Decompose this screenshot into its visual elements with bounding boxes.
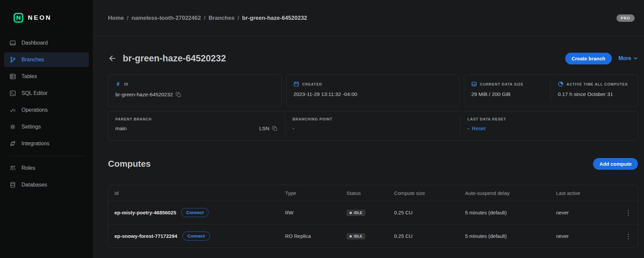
sidebar-item-label: Roles	[21, 165, 35, 171]
roles-users-icon	[9, 165, 16, 171]
lsn-label: LSN	[259, 125, 269, 132]
breadcrumb: Home / nameless-tooth-27022462 / Branche…	[108, 15, 307, 21]
compute-size: 0.25 CU	[394, 233, 465, 239]
compute-id: ep-snowy-forest-77172294	[114, 233, 177, 239]
table-row: ep-snowy-forest-77172294 Connect RO Repl…	[108, 224, 638, 248]
operations-icon	[9, 107, 16, 113]
clock-icon	[558, 81, 564, 87]
kebab-menu-icon[interactable]: ⋮	[622, 231, 634, 241]
sidebar-item-label: Databases	[21, 182, 47, 188]
breadcrumb-separator: /	[237, 15, 239, 21]
page-content: br-green-haze-64520232 Create branch Mor…	[93, 36, 644, 248]
branching-point-value: -	[292, 125, 294, 132]
breadcrumb-separator: /	[127, 15, 128, 21]
app-window: NEON Dashboard Branches Tables	[0, 0, 644, 258]
page-title: br-green-haze-64520232	[123, 53, 226, 64]
settings-gear-icon	[9, 123, 16, 130]
create-branch-button[interactable]: Create branch	[565, 53, 612, 64]
sidebar-item-settings[interactable]: Settings	[4, 119, 89, 134]
data-size-value: 29 MiB / 200 GiB	[471, 91, 511, 97]
plan-badge[interactable]: PRO	[616, 14, 635, 22]
sidebar-item-sql-editor[interactable]: SQL Editor	[4, 86, 89, 101]
column-header-auto-suspend: Auto-suspend delay	[465, 190, 556, 196]
usage-card: CURRENT DATA SIZE 29 MiB / 200 GiB ACTIV	[464, 74, 638, 107]
status-dot-icon	[350, 235, 352, 238]
branch-id-value: br-green-haze-64520232	[115, 92, 173, 98]
computes-header-row: Computes Add compute	[108, 157, 638, 171]
computes-table-header: Id Type Status Compute size Auto-suspend…	[108, 185, 638, 201]
last-data-reset-section: LAST DATA RESET - Reset	[461, 111, 638, 140]
column-header-id: Id	[108, 190, 285, 196]
sidebar-item-databases[interactable]: Databases	[4, 177, 89, 192]
sidebar-item-label: Settings	[21, 124, 41, 130]
parent-branch-label: PARENT BRANCH	[115, 117, 152, 121]
column-header-compute-size: Compute size	[394, 190, 465, 196]
compute-type: RO Replica	[285, 233, 346, 239]
sidebar-nav: Dashboard Branches Tables SQL Editor	[0, 36, 93, 192]
last-active: never	[556, 233, 619, 239]
page-title-row: br-green-haze-64520232 Create branch Mor…	[108, 51, 638, 66]
sidebar-item-operations[interactable]: Operations	[4, 103, 89, 117]
copy-icon[interactable]	[176, 92, 181, 97]
created-label: CREATED	[302, 82, 322, 86]
active-time-label: ACTIVE TIME ALL COMPUTES	[567, 82, 628, 86]
sidebar-item-integrations[interactable]: Integrations	[4, 136, 89, 151]
copy-icon[interactable]	[272, 126, 277, 131]
breadcrumb-home[interactable]: Home	[108, 15, 124, 21]
status-text: IDLE	[354, 211, 362, 215]
sidebar-item-tables[interactable]: Tables	[4, 69, 89, 84]
compute-type: RW	[285, 210, 346, 215]
sidebar-item-label: Tables	[21, 73, 37, 80]
add-compute-button[interactable]: Add compute	[593, 158, 638, 170]
breadcrumb-project[interactable]: nameless-tooth-27022462	[131, 15, 201, 21]
data-size-icon	[471, 81, 477, 87]
integrations-icon	[9, 140, 16, 147]
sidebar-item-dashboard[interactable]: Dashboard	[4, 36, 89, 50]
more-button[interactable]: More	[619, 55, 638, 61]
chevron-down-icon	[633, 56, 638, 61]
column-header-last-active: Last active	[556, 190, 619, 196]
status-dot-icon	[350, 212, 352, 214]
auto-suspend-delay: 5 minutes (default)	[465, 210, 556, 215]
neon-logo-icon	[13, 13, 23, 23]
breadcrumb-separator: /	[204, 15, 206, 21]
last-data-reset-value: -	[468, 125, 469, 132]
sidebar-item-label: Integrations	[21, 141, 50, 147]
back-arrow-icon[interactable]	[108, 54, 117, 63]
data-size-label: CURRENT DATA SIZE	[480, 82, 524, 86]
calendar-icon	[293, 81, 299, 87]
column-header-status: Status	[346, 190, 394, 196]
sidebar-divider	[9, 156, 84, 156]
breadcrumb-branches[interactable]: Branches	[209, 15, 234, 21]
brand-wordmark: NEON	[28, 14, 52, 21]
auto-suspend-delay: 5 minutes (default)	[465, 233, 556, 239]
connect-button[interactable]: Connect	[181, 208, 209, 217]
sidebar-item-label: Operations	[21, 107, 48, 113]
last-active: never	[556, 210, 619, 215]
status-text: IDLE	[354, 235, 362, 238]
sidebar-item-label: Dashboard	[21, 40, 48, 46]
more-label: More	[619, 55, 631, 61]
compute-size: 0.25 CU	[394, 210, 465, 215]
table-row: ep-misty-poetry-46856025 Connect RW IDLE…	[108, 201, 638, 224]
sidebar-item-roles[interactable]: Roles	[4, 161, 89, 175]
column-header-type: Type	[285, 190, 346, 196]
data-size-section: CURRENT DATA SIZE 29 MiB / 200 GiB	[464, 75, 550, 106]
status-badge: IDLE	[346, 233, 365, 240]
neon-logo[interactable]: NEON	[0, 10, 93, 23]
connect-button[interactable]: Connect	[182, 231, 210, 241]
main-area: Home / nameless-tooth-27022462 / Branche…	[93, 0, 644, 258]
breadcrumb-current-branch: br-green-haze-64520232	[242, 15, 307, 21]
kebab-menu-icon[interactable]: ⋮	[622, 208, 634, 217]
branching-point-section: BRANCHING POINT -	[285, 111, 460, 140]
sidebar: NEON Dashboard Branches Tables	[0, 0, 93, 258]
reset-link[interactable]: Reset	[472, 125, 486, 132]
branching-point-label: BRANCHING POINT	[292, 117, 332, 121]
branch-lineage-card: PARENT BRANCH main LSN	[108, 111, 638, 141]
created-card: CREATED 2023-11-29 13:11:32 -04:00	[286, 74, 460, 107]
branches-icon	[9, 56, 16, 63]
branch-id-card: # ID br-green-haze-64520232	[108, 74, 282, 107]
topbar: Home / nameless-tooth-27022462 / Branche…	[93, 0, 644, 36]
last-data-reset-label: LAST DATA RESET	[468, 117, 506, 121]
sidebar-item-branches[interactable]: Branches	[4, 52, 89, 67]
